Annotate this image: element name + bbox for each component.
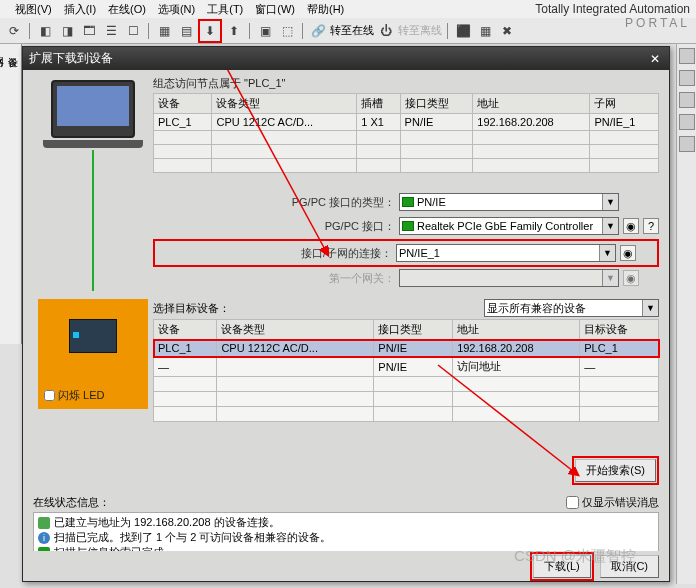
tb-icon[interactable]: ⬛: [453, 21, 473, 41]
status-label: 在线状态信息：: [33, 495, 110, 510]
table-row[interactable]: PLC_1CPU 1212C AC/D... 1 X1PN/IE 192.168…: [154, 114, 659, 131]
tb-icon[interactable]: ▦: [154, 21, 174, 41]
chevron-down-icon: ▼: [602, 194, 618, 210]
go-offline: 转至离线: [398, 23, 442, 38]
tb-icon[interactable]: ⟳: [4, 21, 24, 41]
config-table: 设备设备类型 插槽接口类型 地址子网 PLC_1CPU 1212C AC/D..…: [153, 93, 659, 173]
tb-icon[interactable]: ▣: [255, 21, 275, 41]
tb-icon[interactable]: ☰: [101, 21, 121, 41]
dialog-title: 扩展下载到设备: [29, 50, 113, 67]
app-title: Totally Integrated Automation PORTAL: [535, 2, 690, 30]
menu-tools[interactable]: 工具(T): [207, 2, 243, 17]
select-target-label: 选择目标设备：: [153, 301, 230, 316]
download-dialog: 扩展下载到设备 ✕ 组态访问节点属于 "PLC_1" 设备设备类型 插槽接口类型…: [22, 46, 670, 582]
check-icon: [38, 547, 50, 552]
menu-online[interactable]: 在线(O): [108, 2, 146, 17]
filter-combo[interactable]: 显示所有兼容的设备▼: [484, 299, 659, 317]
status-list[interactable]: 已建立与地址为 192.168.20.208 的设备连接。 i扫描已完成。找到了…: [33, 512, 659, 551]
settings-icon: ◉: [623, 270, 639, 286]
info-icon: i: [38, 532, 50, 544]
download-button[interactable]: 下载(L): [533, 555, 590, 578]
config-node-label: 组态访问节点属于 "PLC_1": [153, 76, 659, 91]
target-table: 设备设备类型 接口类型地址 目标设备 PLC_1CPU 1212C AC/D..…: [153, 319, 659, 422]
table-row[interactable]: PLC_1CPU 1212C AC/D... PN/IE192.168.20.2…: [154, 340, 659, 357]
side-icon[interactable]: [679, 114, 695, 130]
start-search-button[interactable]: 开始搜索(S): [575, 459, 656, 482]
only-errors-checkbox[interactable]: 仅显示错误消息: [566, 495, 659, 510]
tb-icon[interactable]: 🗔: [79, 21, 99, 41]
info-icon[interactable]: ?: [643, 218, 659, 234]
pg-interface-combo[interactable]: Realtek PCIe GbE Family Controller▼: [399, 217, 619, 235]
connection-line: [92, 150, 94, 291]
tb-icon[interactable]: ◨: [57, 21, 77, 41]
menu-view[interactable]: 视图(V): [15, 2, 52, 17]
pg-type-combo[interactable]: PN/IE▼: [399, 193, 619, 211]
tb-icon[interactable]: ☐: [123, 21, 143, 41]
table-row[interactable]: — PN/IE访问地址 —: [154, 357, 659, 377]
chevron-down-icon: ▼: [602, 270, 618, 286]
left-sidebar: 设备 网络 PU 1: [0, 44, 22, 344]
tb-icon[interactable]: 🔗: [308, 21, 328, 41]
tb-icon[interactable]: ▦: [475, 21, 495, 41]
target-device-icon: 闪烁 LED: [38, 299, 148, 409]
plc-icon: [69, 319, 117, 353]
tb-icon[interactable]: ⏻: [376, 21, 396, 41]
menu-help[interactable]: 帮助(H): [307, 2, 344, 17]
settings-icon[interactable]: ◉: [623, 218, 639, 234]
tb-icon[interactable]: ⬚: [277, 21, 297, 41]
flash-led-checkbox[interactable]: 闪烁 LED: [44, 388, 104, 403]
right-sidebar: [676, 44, 696, 584]
menu-options[interactable]: 选项(N): [158, 2, 195, 17]
tb-icon[interactable]: ◧: [35, 21, 55, 41]
link-icon: [38, 517, 50, 529]
dialog-footer: 下载(L) 取消(C): [23, 551, 669, 581]
chevron-down-icon: ▼: [642, 300, 658, 316]
dialog-titlebar: 扩展下载到设备 ✕: [23, 47, 669, 70]
go-online[interactable]: 转至在线: [330, 23, 374, 38]
tb-icon[interactable]: ✖: [497, 21, 517, 41]
chevron-down-icon: ▼: [599, 245, 615, 261]
download-icon[interactable]: ⬇: [200, 21, 220, 41]
cancel-button[interactable]: 取消(C): [600, 555, 659, 578]
tb-icon[interactable]: ⬆: [224, 21, 244, 41]
side-icon[interactable]: [679, 48, 695, 64]
gateway-combo: ▼: [399, 269, 619, 287]
laptop-icon: [51, 80, 135, 138]
side-icon[interactable]: [679, 70, 695, 86]
connection-combo[interactable]: PN/IE_1▼: [396, 244, 616, 262]
settings-icon[interactable]: ◉: [620, 245, 636, 261]
menu-insert[interactable]: 插入(I): [64, 2, 96, 17]
tb-icon[interactable]: ▤: [176, 21, 196, 41]
side-icon[interactable]: [679, 136, 695, 152]
side-icon[interactable]: [679, 92, 695, 108]
menu-window[interactable]: 窗口(W): [255, 2, 295, 17]
close-icon[interactable]: ✕: [647, 51, 663, 67]
chevron-down-icon: ▼: [602, 218, 618, 234]
